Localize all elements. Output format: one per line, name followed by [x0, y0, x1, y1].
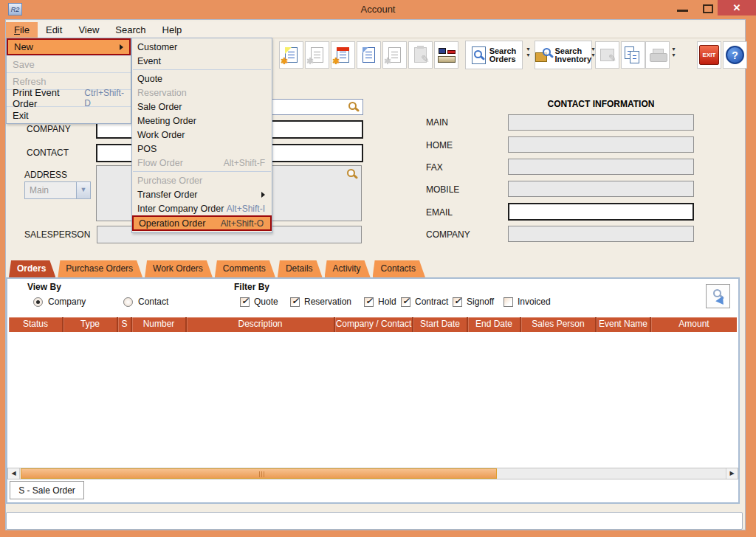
flow-order-shortcut: Alt+Shift-F: [224, 158, 265, 168]
checkbox-reservation-label: Reservation: [304, 297, 351, 307]
checkbox-contract[interactable]: Contract: [401, 297, 448, 307]
submenu-item-operation-order[interactable]: Operation Order Alt+Shift-O: [132, 215, 272, 231]
checkbox-icon: [290, 297, 300, 307]
column-header-sales-person[interactable]: Sales Person: [521, 317, 595, 332]
window-title: Account: [0, 4, 756, 15]
fax-field: [508, 159, 694, 175]
copy-documents-icon: [625, 46, 642, 64]
submenu-item-quote[interactable]: Quote: [132, 72, 272, 86]
submenu-item-inter-company-order[interactable]: Inter Company Order Alt+Shift-I: [132, 201, 272, 215]
inter-company-order-shortcut: Alt+Shift-I: [227, 204, 265, 214]
radio-company[interactable]: Company: [33, 297, 86, 307]
chevron-down-icon[interactable]: ▼: [76, 182, 90, 198]
menu-file[interactable]: File: [6, 22, 38, 38]
new-document-disabled-button: [305, 41, 329, 69]
new-document-icon: [285, 47, 298, 63]
apply-filter-search-button[interactable]: [706, 284, 730, 308]
open-document-button[interactable]: [357, 41, 381, 69]
column-header-event-name[interactable]: Event Name: [597, 317, 650, 332]
menu-item-print-event-order[interactable]: Print Event Order Ctrl+Shift-D: [7, 89, 131, 106]
company-label: COMPANY: [27, 124, 71, 134]
contact-information-title: CONTACT INFORMATION: [508, 99, 694, 109]
menu-separator: [133, 171, 271, 172]
home-phone-label: HOME: [426, 140, 453, 150]
submenu-item-work-order[interactable]: Work Order: [132, 128, 272, 142]
print-overflow-arrows[interactable]: [669, 46, 678, 64]
checkbox-contract-label: Contract: [415, 297, 448, 307]
edit-pencil-icon: [600, 49, 614, 61]
exit-toolbar-button[interactable]: EXIT: [697, 41, 721, 69]
orders-table-header: Status Type S Number Description Company…: [9, 317, 737, 332]
submenu-item-transfer-order[interactable]: Transfer Order: [132, 187, 272, 201]
menu-edit[interactable]: Edit: [38, 22, 70, 38]
menu-search[interactable]: Search: [107, 22, 154, 38]
search-inventory-button[interactable]: SearchInventory: [535, 41, 592, 69]
checkbox-quote[interactable]: Quote: [240, 297, 278, 307]
search-orders-overflow-arrows[interactable]: [523, 46, 533, 64]
email-field[interactable]: [508, 203, 694, 221]
radio-contact-label: Contact: [138, 297, 168, 307]
scrollbar-thumb[interactable]: [21, 468, 497, 479]
column-header-s[interactable]: S: [118, 317, 131, 332]
checkbox-reservation[interactable]: Reservation: [290, 297, 351, 307]
search-inventory-icon: [535, 48, 551, 63]
radio-contact[interactable]: Contact: [123, 297, 168, 307]
submenu-item-customer[interactable]: Customer: [132, 40, 272, 54]
search-icon[interactable]: [348, 102, 357, 110]
column-header-type[interactable]: Type: [63, 317, 117, 332]
checkbox-invoiced[interactable]: Invoiced: [504, 297, 551, 307]
scroll-left-arrow[interactable]: ◀: [8, 468, 20, 479]
operation-order-label: Operation Order: [139, 218, 205, 229]
pos-register-button[interactable]: [434, 41, 458, 69]
copy-button[interactable]: [621, 41, 645, 69]
minimize-button[interactable]: [673, 3, 693, 15]
contact-company-field: [508, 226, 694, 242]
search-orders-button[interactable]: SearchOrders: [465, 41, 523, 69]
view-by-label: View By: [27, 282, 61, 292]
titlebar: R2 Account ✕: [0, 0, 756, 19]
horizontal-scrollbar[interactable]: ◀ ▶: [7, 468, 738, 479]
help-button[interactable]: ?: [723, 41, 747, 69]
tab-orders[interactable]: Orders: [9, 260, 55, 277]
menu-separator: [133, 69, 271, 70]
column-header-end-date[interactable]: End Date: [468, 317, 520, 332]
submenu-item-pos[interactable]: POS: [132, 142, 272, 156]
scroll-right-arrow[interactable]: ▶: [726, 468, 738, 479]
tab-comments[interactable]: Comments: [215, 260, 275, 277]
tab-work-orders[interactable]: Work Orders: [145, 260, 213, 277]
tab-contacts[interactable]: Contacts: [373, 260, 425, 277]
column-header-description[interactable]: Description: [187, 317, 334, 332]
address-type-combo[interactable]: Main ▼: [24, 181, 91, 199]
checkbox-hold[interactable]: Hold: [364, 297, 396, 307]
column-header-number[interactable]: Number: [132, 317, 185, 332]
menu-help[interactable]: Help: [154, 22, 190, 38]
menu-item-new[interactable]: New: [7, 38, 131, 55]
document-disabled-button: [382, 41, 407, 69]
submenu-item-event[interactable]: Event: [132, 54, 272, 68]
checkbox-hold-label: Hold: [378, 297, 396, 307]
new-order-document-button[interactable]: [331, 41, 355, 69]
column-header-status[interactable]: Status: [9, 317, 62, 332]
legend-sale-order: S - Sale Order: [10, 481, 84, 499]
submenu-item-meeting-order[interactable]: Meeting Order: [132, 114, 272, 128]
tab-details[interactable]: Details: [278, 260, 323, 277]
column-header-amount[interactable]: Amount: [651, 317, 737, 332]
contact-label: CONTACT: [27, 148, 69, 158]
column-header-company-contact[interactable]: Company / Contact: [335, 317, 412, 332]
address-search-icon[interactable]: [347, 169, 355, 177]
checkbox-signoff[interactable]: Signoff: [453, 297, 494, 307]
new-order-document-icon: [337, 47, 349, 63]
printer-icon: [650, 49, 666, 62]
close-button[interactable]: ✕: [718, 0, 756, 15]
exit-icon: EXIT: [699, 45, 719, 65]
column-header-start-date[interactable]: Start Date: [413, 317, 467, 332]
document-disabled-icon: [311, 47, 323, 63]
maximize-button[interactable]: [698, 3, 718, 15]
menu-view[interactable]: View: [70, 22, 107, 38]
tab-activity[interactable]: Activity: [325, 260, 371, 277]
tab-purchase-orders[interactable]: Purchase Orders: [58, 260, 142, 277]
submenu-item-sale-order[interactable]: Sale Order: [132, 100, 272, 114]
status-bar: [6, 512, 743, 530]
new-quote-document-button[interactable]: [279, 41, 303, 69]
checkbox-icon: [364, 297, 374, 307]
